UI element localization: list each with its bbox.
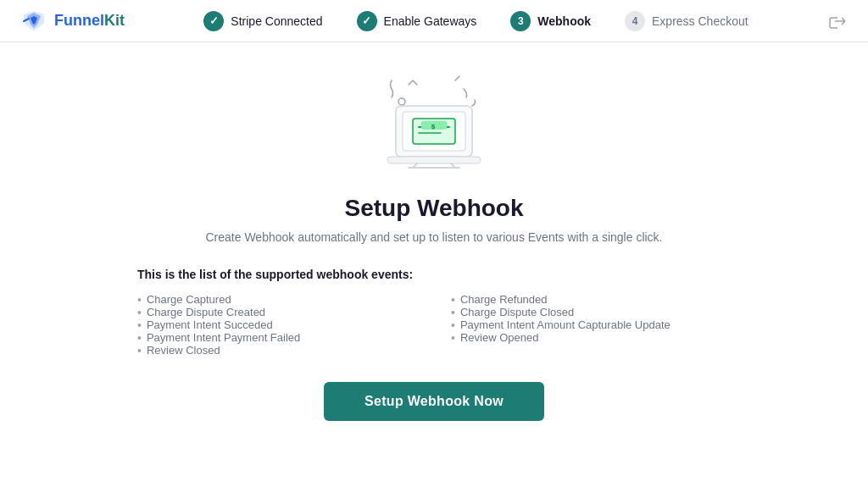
bullet-icon: • xyxy=(137,307,142,318)
header: FunnelKit ✓ Stripe Connected ✓ Enable Ga… xyxy=(0,0,868,42)
list-item: • Payment Intent Amount Capturable Updat… xyxy=(451,318,731,331)
bullet-icon: • xyxy=(137,332,142,344)
svg-point-0 xyxy=(398,98,405,105)
exit-icon[interactable] xyxy=(827,11,848,31)
webhook-illustration: $ xyxy=(366,68,502,178)
step-3-label: Webhook xyxy=(537,14,591,28)
bullet-icon: • xyxy=(137,294,142,306)
step-2-circle: ✓ xyxy=(357,11,377,31)
step-4-label: Express Checkout xyxy=(652,14,748,28)
step-1-label: Stripe Connected xyxy=(231,14,322,28)
step-enable-gateways: ✓ Enable Gateways xyxy=(340,0,494,42)
step-express-checkout: 4 Express Checkout xyxy=(608,0,765,42)
step-4-circle: 4 xyxy=(625,11,645,31)
step-2-label: Enable Gateways xyxy=(384,14,477,28)
step-1-circle: ✓ xyxy=(203,11,224,31)
list-item: • Charge Captured xyxy=(137,293,417,306)
events-container: This is the list of the supported webhoo… xyxy=(137,268,731,357)
list-item: • Payment Intent Succeded xyxy=(137,318,417,331)
svg-rect-8 xyxy=(387,157,481,163)
bullet-icon: • xyxy=(137,319,142,331)
list-item: • Charge Dispute Created xyxy=(137,306,417,318)
events-col1: • Charge Captured • Charge Dispute Creat… xyxy=(137,293,417,357)
events-grid: • Charge Captured • Charge Dispute Creat… xyxy=(137,293,731,357)
list-item: • Charge Dispute Closed xyxy=(451,306,731,318)
list-item: • Charge Refunded xyxy=(451,293,731,306)
page-subtitle: Create Webhook automatically and set up … xyxy=(205,230,662,244)
logo-icon xyxy=(20,8,47,35)
list-item: • Review Opened xyxy=(451,331,731,344)
setup-webhook-button[interactable]: Setup Webhook Now xyxy=(324,382,544,421)
svg-text:$: $ xyxy=(431,123,436,130)
bullet-icon: • xyxy=(451,294,455,306)
events-col2: • Charge Refunded • Charge Dispute Close… xyxy=(451,293,731,357)
step-stripe-connected: ✓ Stripe Connected xyxy=(186,0,339,42)
page-title: Setup Webhook xyxy=(344,195,523,222)
steps-nav: ✓ Stripe Connected ✓ Enable Gateways 3 W… xyxy=(186,0,765,42)
bullet-icon: • xyxy=(451,319,455,331)
bullet-icon: • xyxy=(451,307,455,318)
events-title: This is the list of the supported webhoo… xyxy=(137,268,731,281)
bullet-icon: • xyxy=(137,345,142,357)
logo: FunnelKit xyxy=(20,8,125,35)
list-item: • Review Closed xyxy=(137,344,417,357)
list-item: • Payment Intent Payment Failed xyxy=(137,331,417,344)
main-content: $ Setup Webhook Create Webhook automatic… xyxy=(0,42,868,455)
bullet-icon: • xyxy=(451,332,455,344)
step-3-circle: 3 xyxy=(510,11,531,31)
logo-text: FunnelKit xyxy=(54,12,125,30)
step-webhook: 3 Webhook xyxy=(493,0,608,42)
